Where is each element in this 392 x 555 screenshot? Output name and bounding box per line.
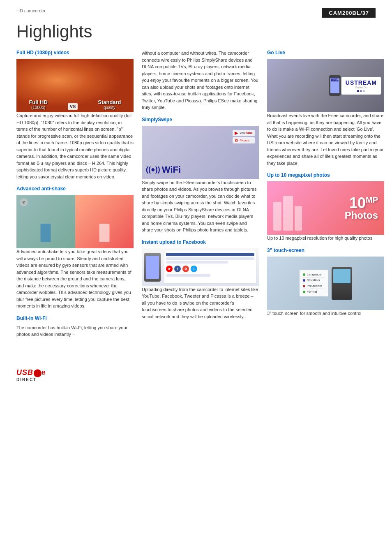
usb-b: B [42,370,46,376]
right-column: Go Live USTREAM USTREAM You're On [267,50,384,344]
youtube-icon-item: ▶ YouTube [233,130,255,136]
person1 [273,202,281,231]
simplyswipe-title: SimplySwipe [142,117,259,123]
section-simplyswipe: SimplySwipe ▶ YouTube ✿ Picasa [142,117,259,234]
quality-label: quality [104,105,115,110]
photos-word: Photos [345,210,378,220]
antishake-body: Advanced anti-shake lets you take great … [16,248,134,310]
section-full-hd: Full HD (1080p) videos Full HD (1080p) V… [16,50,134,180]
ts-item-language: Language [303,272,325,278]
standard-label: Standard [98,99,121,105]
simplyswipe-image: ▶ YouTube ✿ Picasa ((●)) WiFi [142,126,259,179]
fb-row-1 [166,257,254,260]
picasa-icon: ✿ [235,138,238,143]
ts-cam-screen [333,269,350,283]
full-hd-label-box: Full HD (1080p) [29,99,48,110]
mp-suffix: MP [366,195,378,204]
fb-row-2 [166,261,228,264]
page-title: Highlights [16,22,376,42]
golive-phone: USTREAM [329,75,341,96]
people-silhouette [273,185,302,231]
social-icons: ▶ YouTube ✿ Picasa [233,130,255,143]
antishake-figure-right [99,224,109,242]
usb-direct-logo: USB ⬤ B DIRECT [16,368,46,382]
category-label: HD camcorder [16,8,46,13]
full-hd-body: Capture and enjoy videos in full high de… [16,112,134,180]
ts-label-stabilizer: Stabilizer [307,278,321,282]
antishake-image: ⊘ [16,195,134,248]
mp-number: 10MP [345,196,378,210]
footer: USB ⬤ B DIRECT [16,360,376,382]
standard-label-box: Standard quality [98,99,121,110]
ts-item-prerecord: Pre-record [303,283,325,289]
10mp-image: 10MP Photos [267,181,384,235]
antishake-title: Advanced anti-shake [16,186,134,192]
wifi-label-container: ((●)) WiFi [146,164,181,175]
picasa-icon-item: ✿ Picasa [233,137,255,143]
wifi-dots [346,90,377,92]
youtube-icon: ▶ [235,131,238,135]
vs-badge: VS [68,103,78,110]
golive-title: Go Live [267,50,384,56]
left-column: Full HD (1080p) videos Full HD (1080p) V… [16,50,134,344]
wifi-symbol: ((●)) [146,165,160,174]
full-hd-image: Full HD (1080p) VS Standard quality [16,59,134,112]
golive-device-screen: USTREAM [330,78,339,93]
ts-camcorder [332,267,352,300]
golive-image: USTREAM USTREAM You're On [267,59,384,112]
ts-item-format: Format [303,289,325,294]
ts-menu: Language Stabilizer Pre-record Form [300,270,328,296]
mid-column: without a computer and without wires. Th… [142,50,259,344]
ustream-on: You're On [346,86,377,89]
ts-dot-format [303,291,305,293]
section-10mp: Up to 10 megapixel photos 10MP Photos Up… [267,172,384,242]
usb-text: USB [16,368,33,377]
ts-dot-prerecord [303,285,305,287]
person2 [283,196,293,231]
usb-circle-icon: ⬤ [33,368,42,377]
fb-yt-icon: ▶ [166,266,173,272]
wifi-cont-body: without a computer and without wires. Th… [142,50,259,111]
ts-item-stabilizer: Stabilizer [303,278,325,283]
picasa-label: Picasa [240,139,249,142]
mp-label-group: 10MP Photos [345,196,378,220]
facebook-body: Uploading directly from the camcorder to… [142,286,259,320]
youtube-label: YouTube [240,131,253,135]
touchscreen-image: Language Stabilizer Pre-record Form [267,257,384,310]
section-antishake: Advanced anti-shake ⊘ Advanced anti-shak… [16,186,134,310]
facebook-image: ▶ f ✿ t [142,248,259,286]
fb-device-screen [146,256,159,279]
wifi-text: WiFi [162,164,181,175]
person3 [295,206,302,231]
golive-device: USTREAM [329,75,341,96]
golive-body: Broadcast events live with the Esee camc… [267,112,384,166]
antishake-blurry: ⊘ [16,195,75,248]
section-facebook: Instant upload to Facebook ▶ f ✿ [142,239,259,320]
fb-icons-row: ▶ f ✿ t [166,266,254,272]
facebook-title: Instant upload to Facebook [142,239,259,245]
section-touchscreen: 3" touch-screen Language Stabilizer [267,247,384,317]
direct-text: DIRECT [16,377,37,382]
wifi-body: The camcorder has built-in Wi-Fi, lettin… [16,324,134,338]
section-golive: Go Live USTREAM USTREAM You're On [267,50,384,166]
ts-label-prerecord: Pre-record [307,284,323,288]
full-hd-label: Full HD [29,99,48,105]
ts-dot-stabilizer [303,279,305,282]
fb-fb-icon: f [174,266,181,272]
ts-dot-language [303,273,305,276]
fb-twitter-icon: t [191,266,197,272]
fb-nav-bar [166,253,254,256]
ts-label-format: Format [307,290,317,294]
fb-browser-screen: ▶ f ✿ t [164,251,256,284]
golive-ustream-mini: USTREAM [331,79,339,81]
full-hd-res-label: (1080p) [31,105,45,110]
dot3 [363,90,365,92]
ustream-title: USTREAM [346,79,377,86]
content-grid: Full HD (1080p) videos Full HD (1080p) V… [16,50,376,344]
10mp-body: Up to 10 megapixel resolution for high q… [267,235,384,242]
fb-picasa-icon: ✿ [182,266,189,272]
antishake-icon-left: ⊘ [20,198,28,206]
simplyswipe-body: Simply swipe on the ESee camcorder's tou… [142,179,259,234]
page: HD camcorder CAM200BL/37 Highlights Full… [0,0,392,398]
antishake-sharp [75,195,134,248]
